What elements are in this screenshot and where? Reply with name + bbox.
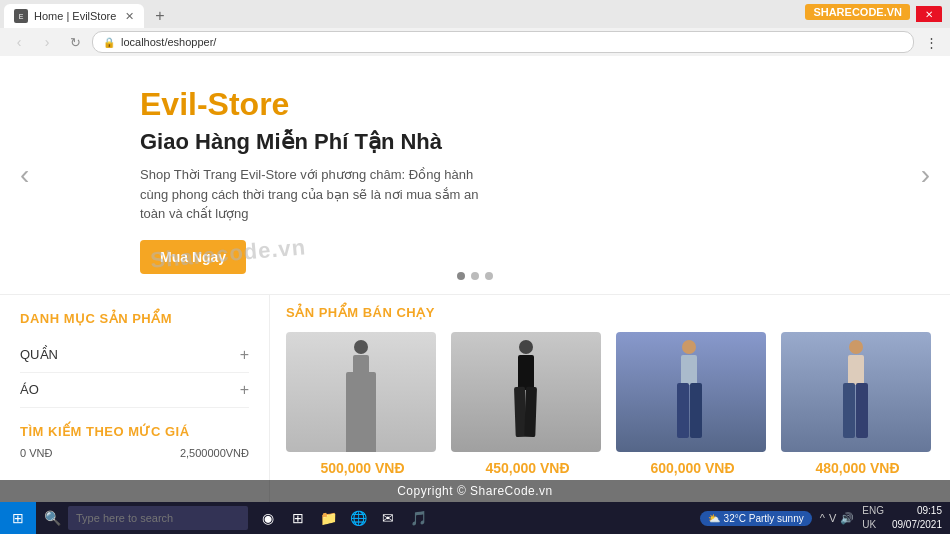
product-image-3 [616, 332, 766, 452]
taskbar-search-input[interactable] [68, 506, 248, 530]
svg-point-0 [354, 340, 368, 354]
lock-icon: 🔒 [103, 37, 115, 48]
svg-rect-7 [524, 386, 537, 436]
product-card-1[interactable]: 500,000 VNĐ [286, 332, 439, 476]
tray-icon-vpn: V [829, 512, 836, 524]
taskbar-tray: ⛅ 32°C Partly sunny ^ V 🔊 ENGUK 09:15 09… [700, 504, 950, 532]
tab-favicon: E [14, 9, 28, 23]
tray-icons: ^ V 🔊 [820, 512, 855, 525]
svg-rect-3 [359, 386, 372, 436]
product-card-3[interactable]: 600,000 VNĐ [616, 332, 769, 476]
tray-date-display: 09/07/2021 [892, 518, 942, 532]
sidebar-item-ao-label: ÁO [20, 382, 39, 397]
keyboard-layout: ENGUK [862, 504, 884, 532]
sidebar-item-quan[interactable]: QUẦN + [20, 338, 249, 373]
taskbar-icon-2[interactable]: ⊞ [286, 506, 310, 530]
tab-title: Home | EvilStore [34, 10, 116, 22]
taskbar-icon-5[interactable]: ✉ [376, 506, 400, 530]
extensions-button[interactable]: ⋮ [920, 31, 942, 53]
copyright-bar: Copyright © ShareCode.vn [0, 480, 950, 502]
product-price-2: 450,000 VNĐ [451, 460, 604, 476]
hero-subtitle: Giao Hàng Miễn Phí Tận Nhà [140, 129, 910, 155]
close-button[interactable]: ✕ [916, 6, 942, 22]
weather-text: 32°C Partly sunny [724, 513, 804, 524]
svg-point-8 [682, 340, 696, 354]
weather-badge: ⛅ 32°C Partly sunny [700, 511, 812, 526]
weather-icon: ⛅ [708, 513, 720, 524]
tray-icon-network: ^ [820, 512, 825, 524]
tray-datetime: 09:15 09/07/2021 [892, 504, 942, 532]
taskbar-icon-3[interactable]: 📁 [316, 506, 340, 530]
taskbar: ⊞ 🔍 ◉ ⊞ 📁 🌐 ✉ 🎵 ⛅ 32°C Partly sunny ^ V … [0, 502, 950, 534]
product-image-1 [286, 332, 436, 452]
product-card-4[interactable]: 480,000 VNĐ [781, 332, 934, 476]
products-section-title: SẢN PHẨM BÁN CHẠY [286, 305, 934, 320]
new-tab-button[interactable]: + [148, 4, 172, 28]
product-price-4: 480,000 VNĐ [781, 460, 934, 476]
sidebar-item-quan-label: QUẦN [20, 347, 58, 362]
tab-close-button[interactable]: ✕ [125, 10, 134, 23]
taskbar-search-icon: 🔍 [40, 506, 64, 530]
price-min: 0 VNĐ [20, 447, 52, 459]
sidebar-item-ao[interactable]: ÁO + [20, 373, 249, 408]
svg-point-12 [849, 340, 863, 354]
product-price-3: 600,000 VNĐ [616, 460, 769, 476]
refresh-button[interactable]: ↻ [64, 31, 86, 53]
svg-point-4 [519, 340, 533, 354]
taskbar-icon-1[interactable]: ◉ [256, 506, 280, 530]
svg-rect-5 [518, 355, 534, 390]
taskbar-icon-4[interactable]: 🌐 [346, 506, 370, 530]
start-button[interactable]: ⊞ [0, 502, 36, 534]
hero-title: Evil-Store [140, 86, 910, 123]
tray-time-display: 09:15 [892, 504, 942, 518]
price-max: 2,500000VNĐ [180, 447, 249, 459]
forward-button[interactable]: › [36, 31, 58, 53]
taskbar-icon-6[interactable]: 🎵 [406, 506, 430, 530]
category-section-title: DANH MỤC SẢN PHẨM [20, 311, 249, 326]
product-image-2 [451, 332, 601, 452]
svg-rect-10 [677, 383, 689, 438]
hero-title-accent: Evil-Store [140, 86, 289, 122]
svg-rect-11 [690, 383, 702, 438]
tray-icon-speaker: 🔊 [840, 512, 854, 525]
taskbar-app-icons: ◉ ⊞ 📁 🌐 ✉ 🎵 [256, 506, 430, 530]
hero-banner: ‹ Evil-Store Giao Hàng Miễn Phí Tận Nhà … [0, 56, 950, 295]
price-range: 0 VNĐ 2,500000VNĐ [20, 447, 249, 459]
hero-description: Shop Thời Trang Evil-Store với phương ch… [140, 165, 480, 224]
hero-dot-2[interactable] [471, 272, 479, 280]
products-grid: 500,000 VNĐ 450,000 VNĐ [286, 332, 934, 476]
svg-rect-13 [848, 355, 864, 385]
product-card-2[interactable]: 450,000 VNĐ [451, 332, 604, 476]
svg-rect-1 [353, 355, 369, 390]
product-image-4 [781, 332, 931, 452]
svg-rect-2 [349, 386, 362, 436]
svg-rect-9 [681, 355, 697, 385]
sidebar-item-quan-expand-icon: + [240, 346, 249, 364]
address-text: localhost/eshopper/ [121, 36, 216, 48]
hero-next-button[interactable]: › [921, 159, 930, 191]
sidebar-item-ao-expand-icon: + [240, 381, 249, 399]
hero-prev-button[interactable]: ‹ [20, 159, 29, 191]
browser-tab[interactable]: E Home | EvilStore ✕ [4, 4, 144, 28]
address-bar[interactable]: 🔒 localhost/eshopper/ [92, 31, 914, 53]
svg-rect-15 [856, 383, 868, 438]
hero-dots [457, 272, 493, 280]
product-price-1: 500,000 VNĐ [286, 460, 439, 476]
buy-now-button[interactable]: Mua Ngay [140, 240, 246, 274]
page-content: ‹ Evil-Store Giao Hàng Miễn Phí Tận Nhà … [0, 56, 950, 534]
sharecode-badge: SHARECODE.VN [805, 4, 910, 20]
svg-rect-14 [843, 383, 855, 438]
hero-dot-1[interactable] [457, 272, 465, 280]
hero-dot-3[interactable] [485, 272, 493, 280]
back-button[interactable]: ‹ [8, 31, 30, 53]
price-section-title: TÌM KIẾM THEO MỨC GIÁ [20, 424, 249, 439]
